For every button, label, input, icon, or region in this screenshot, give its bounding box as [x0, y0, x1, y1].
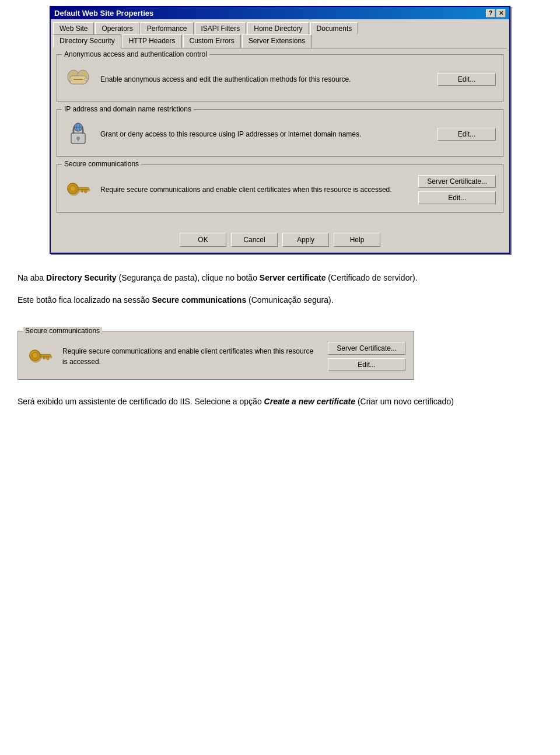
- svg-rect-4: [69, 78, 72, 81]
- secure-communications-label: Secure communications: [62, 160, 141, 168]
- tab-http-headers[interactable]: HTTP Headers: [123, 34, 182, 48]
- anonymous-access-buttons: Edit...: [438, 73, 496, 86]
- svg-point-17: [69, 185, 79, 195]
- anonymous-access-text: Enable anonymous access and edit the aut…: [100, 74, 429, 85]
- mini-secure-label: Secure communications: [23, 327, 102, 335]
- mini-secure-text: Require secure communications and enable…: [62, 346, 320, 367]
- svg-rect-8: [78, 138, 79, 141]
- tab-row-2: Directory Security HTTP Headers Custom E…: [53, 34, 507, 48]
- mini-secure-box: Secure communications Require secure com…: [18, 331, 414, 380]
- mini-secure-buttons: Server Certificate... Edit...: [328, 342, 405, 371]
- tab-operators[interactable]: Operators: [95, 22, 139, 34]
- mini-key-icon: [26, 342, 54, 370]
- paragraph-3: Será exibido um assistente de certificad…: [18, 395, 542, 409]
- svg-point-24: [31, 351, 41, 362]
- tab-documents[interactable]: Documents: [310, 22, 359, 34]
- anonymous-access-content: Enable anonymous access and edit the aut…: [64, 65, 496, 93]
- tab-isapi-filters[interactable]: ISAPI Filters: [195, 22, 247, 34]
- mini-edit-button[interactable]: Edit...: [328, 358, 405, 371]
- cancel-button[interactable]: Cancel: [231, 233, 278, 247]
- tab-web-site[interactable]: Web Site: [53, 22, 94, 34]
- anonymous-edit-button[interactable]: Edit...: [438, 73, 496, 86]
- ip-address-text: Grant or deny access to this resource us…: [100, 129, 429, 139]
- tab-directory-security[interactable]: Directory Security: [53, 34, 121, 48]
- ip-address-buttons: Edit...: [438, 128, 496, 141]
- body-text: Na aba Directory Security (Segurança de …: [0, 265, 560, 325]
- ip-address-content: Grant or deny access to this resource us…: [64, 120, 496, 148]
- tab-container: Web Site Operators Performance ISAPI Fil…: [51, 19, 509, 48]
- apply-button[interactable]: Apply: [282, 233, 329, 247]
- ip-edit-button[interactable]: Edit...: [438, 128, 496, 141]
- secure-communications-group: Secure communications Requir: [57, 164, 503, 213]
- close-button[interactable]: ✕: [496, 9, 506, 18]
- anonymous-access-label: Anonymous access and authentication cont…: [62, 50, 209, 58]
- key-icon: [64, 176, 92, 204]
- ip-address-group: IP address and domain name restrictions …: [57, 109, 503, 157]
- secure-buttons: Server Certificate... Edit...: [418, 175, 496, 204]
- mini-server-certificate-button[interactable]: Server Certificate...: [328, 342, 405, 355]
- final-paragraph: Será exibido um assistente de certificad…: [0, 389, 560, 427]
- svg-rect-18: [78, 189, 90, 191]
- paragraph-2: Este botão fica localizado na sessão Sec…: [18, 293, 542, 307]
- help-button[interactable]: ?: [486, 9, 495, 18]
- paragraph-1: Na aba Directory Security (Segurança de …: [18, 271, 542, 285]
- ip-address-label: IP address and domain name restrictions: [62, 105, 194, 113]
- tab-custom-errors[interactable]: Custom Errors: [183, 34, 241, 48]
- lock-icon: [64, 120, 92, 148]
- properties-window: Default Web Site Properties ? ✕ Web Site…: [50, 6, 510, 254]
- svg-rect-25: [40, 356, 52, 358]
- secure-text: Require secure communications and enable…: [100, 184, 410, 195]
- server-certificate-button[interactable]: Server Certificate...: [418, 175, 496, 188]
- title-bar: Default Web Site Properties ? ✕: [51, 7, 509, 19]
- secure-communications-content: Require secure communications and enable…: [64, 175, 496, 204]
- anonymous-access-group: Anonymous access and authentication cont…: [57, 54, 503, 102]
- tab-home-directory[interactable]: Home Directory: [247, 22, 309, 34]
- p1-directory-security: Directory Security: [46, 273, 117, 282]
- secure-edit-button[interactable]: Edit...: [418, 191, 496, 204]
- tab-row-1: Web Site Operators Performance ISAPI Fil…: [53, 22, 507, 34]
- ok-button[interactable]: OK: [180, 233, 226, 247]
- tab-content: Anonymous access and authentication cont…: [51, 48, 509, 226]
- p1-server-certificate: Server certificate: [260, 273, 326, 282]
- title-bar-buttons: ? ✕: [486, 9, 506, 18]
- svg-rect-5: [84, 78, 88, 81]
- mini-box-wrapper: Secure communications Require secure com…: [18, 331, 542, 380]
- p3-create-certificate: Create a new certificate: [264, 397, 355, 406]
- mini-secure-content: Require secure communications and enable…: [26, 342, 405, 371]
- handshake-icon: [64, 65, 92, 93]
- help-bottom-button[interactable]: Help: [334, 233, 380, 247]
- p2-secure-communications: Secure communications: [152, 295, 246, 305]
- bottom-bar: OK Cancel Apply Help: [51, 226, 509, 253]
- tab-performance[interactable]: Performance: [141, 22, 194, 34]
- window-title: Default Web Site Properties: [54, 9, 153, 18]
- tab-server-extensions[interactable]: Server Extensions: [242, 34, 312, 48]
